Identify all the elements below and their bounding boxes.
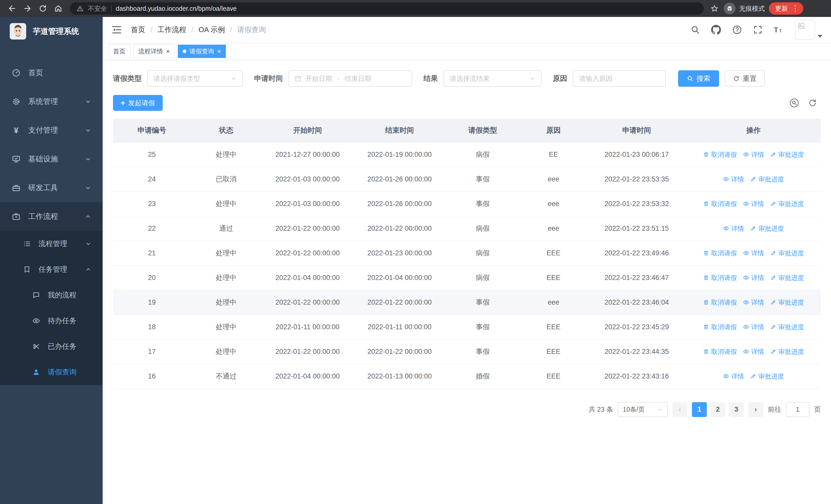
browser-home-button[interactable] — [51, 2, 65, 16]
sidebar-item-home[interactable]: 首页 — [0, 59, 103, 87]
reset-button[interactable]: 重置 — [725, 70, 765, 87]
goto-suffix: 页 — [814, 405, 821, 414]
apply-time-range-picker[interactable]: 开始日期 - 结束日期 — [288, 70, 412, 87]
next-page-button[interactable]: › — [748, 402, 763, 417]
approval-progress-link[interactable]: 审批进度 — [770, 249, 804, 257]
detail-link[interactable]: 详情 — [723, 175, 744, 183]
approval-progress-link[interactable]: 审批进度 — [750, 372, 784, 381]
cancel-leave-link[interactable]: 取消请假 — [703, 298, 737, 307]
tab-label: 请假查询 — [190, 47, 214, 55]
fullscreen-button[interactable] — [753, 25, 763, 35]
security-warning-label: 不安全 — [88, 4, 107, 13]
sidebar-item-task-management[interactable]: 任务管理 — [0, 257, 103, 282]
detail-link[interactable]: 详情 — [743, 200, 764, 208]
sidebar-item-devtools[interactable]: 研发工具 — [0, 174, 103, 202]
sidebar-item-leave-query[interactable]: 请假查询 — [0, 359, 103, 385]
detail-link[interactable]: 详情 — [743, 298, 764, 307]
table-row: 18 处理中 2022-01-11 00:00:00 2022-01-11 00… — [113, 315, 821, 339]
cancel-leave-link[interactable]: 取消请假 — [703, 200, 737, 208]
page-size-select[interactable]: 10条/页 — [618, 402, 668, 417]
page-button-2[interactable]: 2 — [710, 402, 725, 417]
bookmark-star-button[interactable] — [708, 2, 721, 14]
reason-input[interactable] — [573, 71, 665, 86]
sidebar-item-infrastructure[interactable]: 基础设施 — [0, 145, 103, 174]
detail-link[interactable]: 详情 — [743, 150, 764, 159]
toggle-search-button[interactable] — [790, 98, 799, 108]
reset-button-label: 重置 — [743, 74, 756, 83]
header-search-button[interactable] — [690, 25, 700, 35]
user-menu[interactable] — [795, 20, 822, 40]
breadcrumb-item-oa-example[interactable]: OA 示例 — [199, 25, 225, 35]
cell-apply-id: 25 — [113, 142, 191, 167]
page-button-3[interactable]: 3 — [729, 402, 744, 417]
close-icon[interactable]: × — [217, 48, 221, 55]
cell-status: 处理中 — [191, 339, 261, 364]
browser-back-button[interactable] — [5, 2, 19, 16]
table-row: 17 处理中 2022-01-22 00:00:00 2022-01-22 00… — [113, 339, 821, 364]
browser-reload-button[interactable] — [36, 2, 50, 16]
warning-icon — [77, 5, 84, 12]
goto-page-input[interactable] — [786, 402, 809, 417]
cell-start-time: 2022-01-04 00:00:00 — [261, 265, 354, 290]
sidebar-logo[interactable]: 芋道管理系统 — [0, 17, 103, 46]
approval-progress-link[interactable]: 审批进度 — [770, 323, 804, 331]
sidebar-item-label: 研发工具 — [28, 183, 58, 193]
eye-icon — [743, 151, 749, 157]
browser-update-button[interactable]: 更新 ⋮ — [769, 2, 803, 14]
create-leave-button[interactable]: + 发起请假 — [113, 95, 163, 111]
detail-link[interactable]: 详情 — [743, 323, 764, 331]
avatar[interactable] — [795, 20, 815, 40]
sidebar-item-payment[interactable]: ¥ 支付管理 — [0, 116, 103, 145]
cancel-leave-link[interactable]: 取消请假 — [703, 249, 737, 257]
detail-link[interactable]: 详情 — [723, 372, 744, 381]
search-button[interactable]: 搜索 — [678, 70, 719, 87]
approval-progress-link[interactable]: 审批进度 — [750, 175, 784, 183]
help-button[interactable] — [732, 25, 742, 35]
cancel-leave-link[interactable]: 取消请假 — [703, 150, 737, 159]
sidebar-item-process-management[interactable]: 流程管理 — [0, 231, 103, 257]
cancel-leave-link[interactable]: 取消请假 — [703, 273, 737, 282]
refresh-table-button[interactable] — [808, 98, 817, 108]
cell-end-time: 2022-01-04 00:00:00 — [354, 265, 446, 290]
github-button[interactable] — [711, 25, 721, 35]
filter-form: 请假类型 请选择请假类型 申请时间 开始日期 - 结束日期 结果 请选择流结果 — [113, 70, 821, 87]
breadcrumb-item-workflow[interactable]: 工作流程 — [157, 25, 186, 35]
page-button-1[interactable]: 1 — [692, 402, 707, 417]
cancel-leave-link[interactable]: 取消请假 — [703, 323, 737, 331]
detail-link[interactable]: 详情 — [743, 348, 764, 356]
prev-page-button[interactable]: ‹ — [672, 402, 687, 417]
tab-leave-query[interactable]: 请假查询 × — [178, 45, 226, 58]
close-icon[interactable]: × — [166, 48, 170, 55]
sidebar-item-workflow[interactable]: 工作流程 — [0, 202, 103, 231]
sidebar-item-label: 请假查询 — [48, 367, 77, 377]
detail-label: 详情 — [751, 150, 764, 159]
chevron-down-icon — [85, 156, 91, 162]
detail-link[interactable]: 详情 — [743, 249, 764, 257]
approval-progress-link[interactable]: 审批进度 — [770, 298, 804, 307]
browser-forward-button[interactable] — [21, 2, 34, 16]
detail-link[interactable]: 详情 — [723, 224, 744, 233]
sidebar-item-system[interactable]: 系统管理 — [0, 87, 103, 116]
url-bar[interactable]: 不安全 dashboard.yudao.iocoder.cn/bpm/oa/le… — [70, 2, 704, 14]
sidebar-item-todo-tasks[interactable]: 待办任务 — [0, 308, 103, 334]
table-row: 24 已取消 2022-01-03 00:00:00 2022-01-26 00… — [113, 167, 821, 191]
svg-text:T: T — [779, 28, 782, 33]
tab-process-detail[interactable]: 流程详情 × — [134, 45, 175, 58]
approval-progress-link[interactable]: 审批进度 — [770, 273, 804, 282]
sidebar-toggle-button[interactable] — [111, 24, 122, 35]
cell-reason: EE — [520, 142, 587, 167]
sidebar-item-my-processes[interactable]: 我的流程 — [0, 282, 103, 308]
approval-progress-link[interactable]: 审批进度 — [770, 150, 804, 159]
detail-link[interactable]: 详情 — [743, 273, 764, 282]
approval-progress-link[interactable]: 审批进度 — [750, 224, 784, 233]
leave-type-select[interactable]: 请选择请假类型 — [147, 70, 243, 87]
approval-progress-link[interactable]: 审批进度 — [770, 200, 804, 208]
breadcrumb-item-home[interactable]: 首页 — [131, 25, 145, 35]
font-size-button[interactable]: TT — [774, 25, 784, 35]
approval-progress-link[interactable]: 审批进度 — [770, 348, 804, 356]
eye-icon — [32, 317, 40, 325]
cancel-leave-link[interactable]: 取消请假 — [703, 348, 737, 356]
tab-home[interactable]: 首页 — [108, 45, 131, 58]
result-select[interactable]: 请选择流结果 — [443, 70, 542, 87]
sidebar-item-done-tasks[interactable]: 已办任务 — [0, 334, 103, 359]
